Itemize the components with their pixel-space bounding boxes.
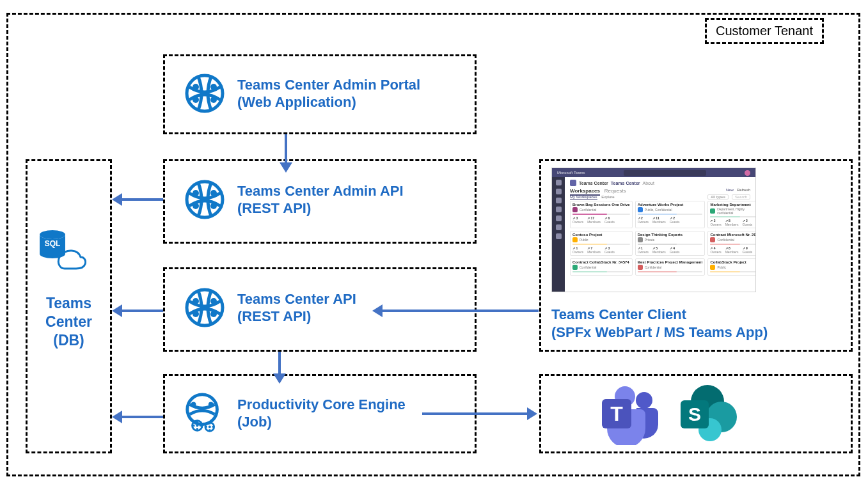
- arrow-adminapi-to-db: [112, 192, 163, 207]
- svg-point-6: [210, 97, 217, 103]
- card-stat-label: Guests: [743, 223, 753, 226]
- admin-api-node: Teams Center Admin API (REST API): [182, 178, 404, 221]
- svg-point-3: [193, 84, 199, 90]
- card-stat-label: Members: [725, 250, 739, 254]
- card-stat-label: Members: [587, 220, 601, 224]
- card-stat-label: Members: [725, 223, 739, 226]
- svg-point-21: [196, 425, 198, 427]
- brand-label: Teams Center: [579, 181, 608, 185]
- svg-point-4: [210, 84, 217, 90]
- admin-api-icon: [182, 178, 227, 221]
- subtab-explore: Explore: [601, 195, 614, 199]
- client-title: Teams Center Client: [551, 306, 768, 324]
- card-title: Brown Bag Sessions One Drive: [572, 203, 630, 207]
- rail-calendar-icon: [556, 207, 562, 212]
- teams-app-screenshot: Microsoft Teams Teams Center Teams Cente…: [551, 168, 756, 292]
- card-tags: Public: [717, 265, 726, 269]
- db-label-line2: Center: [32, 313, 106, 331]
- card-stat-label: Guests: [743, 250, 753, 254]
- svg-point-5: [193, 97, 199, 103]
- cards-search-input: Search: [732, 194, 750, 200]
- card-category-icon: [638, 237, 643, 242]
- api-icon: [182, 286, 227, 329]
- svg-point-19: [209, 402, 214, 407]
- rail-teams-icon: [556, 198, 562, 203]
- card-stat-label: Owners: [710, 250, 721, 254]
- ms-teams-icon: T: [598, 382, 661, 445]
- client-label: Teams Center Client (SPFx WebPart / MS T…: [551, 306, 768, 341]
- card-stat-label: Members: [652, 250, 666, 254]
- rail-chat-icon: [556, 189, 562, 194]
- db-label: Teams Center (DB): [32, 294, 106, 349]
- svg-text:S: S: [688, 404, 701, 425]
- client-subtitle: (SPFx WebPart / MS Teams App): [551, 324, 768, 341]
- admin-portal-icon: [182, 72, 227, 115]
- card-stat-label: Guests: [670, 220, 680, 224]
- card-title: Best Practices Project Management: [638, 260, 703, 264]
- card-title: Contract Microsoft Nr. 2067: [710, 233, 755, 237]
- card-stat-label: Owners: [638, 220, 649, 224]
- card-stat-label: Owners: [572, 250, 583, 254]
- card-category-icon: [710, 265, 715, 270]
- action-new: New: [726, 188, 734, 192]
- arrow-client-to-api: [372, 303, 539, 318]
- arrow-engine-to-db: [112, 409, 163, 425]
- svg-marker-44: [372, 304, 383, 317]
- card-tags: Confidential: [645, 265, 661, 269]
- card-tags: Public, Confidential: [645, 208, 672, 212]
- nav-tab-about: About: [643, 181, 654, 185]
- workspace-card: CollabStack ProjectPublic: [707, 258, 755, 276]
- db-label-line3: (DB): [32, 331, 106, 350]
- sharepoint-icon: S: [677, 382, 739, 445]
- workspace-card: Contract Microsoft Nr. 2067Confidential↗…: [707, 231, 755, 256]
- card-tags: Public: [580, 238, 588, 242]
- card-tags: Private: [645, 238, 655, 242]
- workspace-card: Best Practices Project ManagementConfide…: [635, 258, 706, 276]
- card-stat-label: Owners: [710, 223, 721, 226]
- engine-icon: [182, 390, 227, 436]
- svg-point-11: [210, 203, 217, 209]
- arrow-adminportal-to-adminapi: [278, 134, 294, 173]
- db-label-line1: Teams: [32, 294, 106, 313]
- svg-marker-38: [112, 304, 122, 317]
- teams-left-rail: [552, 177, 565, 292]
- card-title: Adventure Works Project: [638, 203, 703, 207]
- rail-more-icon: [556, 233, 562, 239]
- card-tags: Confidential: [580, 265, 596, 269]
- svg-point-0: [40, 230, 65, 239]
- card-title: Contract CollabStack Nr. 34574: [572, 260, 630, 264]
- action-refresh: Refresh: [737, 188, 750, 192]
- card-title: Design Thinking Experts: [638, 233, 703, 237]
- card-title: CollabStack Project: [710, 260, 755, 264]
- card-stat-label: Guests: [604, 250, 615, 254]
- card-category-icon: [710, 208, 715, 214]
- card-category-icon: [572, 207, 578, 212]
- svg-point-24: [636, 392, 652, 409]
- card-stat-label: Owners: [572, 220, 583, 224]
- svg-point-13: [193, 298, 199, 304]
- card-category-icon: [638, 265, 643, 270]
- card-stat-label: Owners: [638, 250, 649, 254]
- admin-portal-title: Teams Center Admin Portal: [237, 76, 420, 94]
- customer-tenant-label: Customer Tenant: [705, 18, 824, 44]
- api-title: Teams Center API: [237, 290, 356, 308]
- card-category-icon: [572, 237, 578, 242]
- card-stat-label: Members: [587, 250, 601, 254]
- admin-api-subtitle: (REST API): [237, 200, 404, 217]
- engine-subtitle: (Job): [237, 413, 406, 431]
- teams-search-input: [624, 170, 706, 176]
- engine-node: Productivity Core Engine (Job): [182, 390, 406, 436]
- svg-marker-42: [273, 373, 286, 384]
- workspace-card: Design Thinking ExpertsPrivate↗ 1Owners↗…: [635, 231, 706, 256]
- svg-marker-34: [280, 162, 292, 173]
- admin-portal-subtitle: (Web Application): [237, 93, 420, 111]
- card-tags: Confidential: [717, 238, 734, 242]
- card-stat-label: Guests: [604, 220, 615, 224]
- workspace-card: Contract CollabStack Nr. 34574Confidenti…: [570, 258, 633, 276]
- rail-activity-icon: [556, 180, 562, 185]
- workspace-card: Marketing DepartmentDepartment, Highly c…: [707, 201, 755, 228]
- card-tags: Confidential: [580, 208, 596, 212]
- sql-database-icon: SQL: [38, 227, 86, 272]
- card-category-icon: [638, 207, 643, 212]
- card-stat-label: Guests: [670, 250, 680, 254]
